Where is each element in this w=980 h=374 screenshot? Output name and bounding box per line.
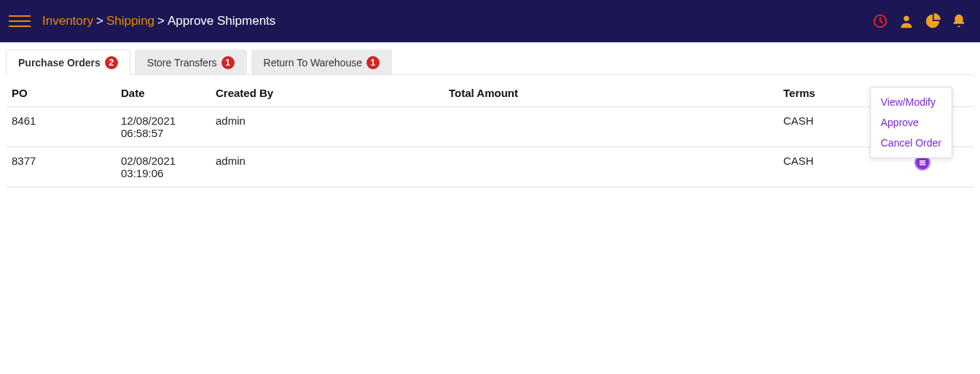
col-header-total-amount: Total Amount [443, 79, 777, 107]
tab-store-transfers[interactable]: Store Transfers 1 [135, 50, 247, 75]
app-header: Inventory > Shipping > Approve Shipments [0, 0, 980, 42]
shipments-table: PO Date Created By Total Amount Terms Ac… [6, 79, 974, 187]
table-row: 8377 02/08/2021 03:19:06 admin CASH [6, 147, 974, 187]
svg-rect-6 [920, 163, 925, 164]
cell-po: 8377 [6, 147, 115, 187]
tab-label: Return To Warehouse [264, 57, 362, 69]
cell-created-by: admin [210, 107, 443, 147]
table-row: 8461 12/08/2021 06:58:57 admin CASH View… [6, 107, 974, 147]
breadcrumb: Inventory > Shipping > Approve Shipments [42, 14, 872, 28]
svg-rect-5 [920, 160, 925, 162]
cell-date: 12/08/2021 06:58:57 [115, 107, 210, 147]
col-header-date: Date [115, 79, 210, 107]
svg-rect-7 [920, 164, 925, 165]
action-menu: View/Modify Approve Cancel Order [870, 87, 952, 158]
cell-po: 8461 [6, 107, 115, 147]
tab-badge: 2 [105, 56, 118, 69]
clock-icon[interactable] [872, 13, 888, 29]
breadcrumb-link-shipping[interactable]: Shipping [106, 14, 154, 28]
breadcrumb-current: Approve Shipments [168, 14, 275, 28]
breadcrumb-sep: > [157, 14, 165, 28]
breadcrumb-link-inventory[interactable]: Inventory [42, 14, 93, 28]
hamburger-icon[interactable] [9, 15, 31, 27]
col-header-created-by: Created By [210, 79, 443, 107]
header-icons [872, 13, 967, 29]
tab-return-to-warehouse[interactable]: Return To Warehouse 1 [251, 50, 392, 75]
tab-purchase-orders[interactable]: Purchase Orders 2 [6, 50, 130, 75]
cell-created-by: admin [210, 147, 443, 187]
tab-badge: 1 [366, 56, 380, 69]
action-view-modify[interactable]: View/Modify [871, 92, 952, 112]
table-header-row: PO Date Created By Total Amount Terms Ac… [6, 79, 974, 107]
cell-date: 02/08/2021 03:19:06 [115, 147, 210, 187]
tab-badge: 1 [222, 56, 235, 69]
cell-total-amount [443, 107, 777, 147]
tab-label: Store Transfers [147, 57, 217, 69]
action-cancel-order[interactable]: Cancel Order [871, 133, 952, 153]
tab-label: Purchase Orders [18, 57, 101, 69]
cell-total-amount [443, 147, 777, 187]
bell-icon[interactable] [951, 13, 967, 29]
pie-chart-icon[interactable] [925, 13, 941, 29]
tabs: Purchase Orders 2 Store Transfers 1 Retu… [6, 50, 974, 75]
main-content: Purchase Orders 2 Store Transfers 1 Retu… [0, 42, 980, 193]
svg-point-1 [903, 16, 909, 21]
breadcrumb-sep: > [96, 14, 103, 28]
action-approve[interactable]: Approve [871, 112, 952, 133]
user-icon[interactable] [898, 13, 914, 29]
shipments-table-wrap: PO Date Created By Total Amount Terms Ac… [6, 79, 974, 187]
cell-action: View/Modify Approve Cancel Order [909, 107, 974, 147]
col-header-po: PO [6, 79, 115, 107]
